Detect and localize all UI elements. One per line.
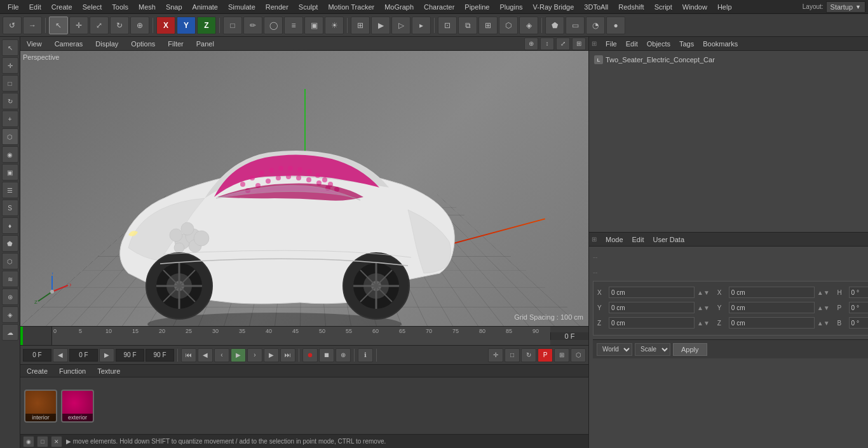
knife-button[interactable]: ⬟: [545, 17, 564, 34]
floor-button[interactable]: ▭: [566, 17, 585, 34]
tool-16[interactable]: ☁: [2, 324, 18, 341]
menu-tools[interactable]: Tools: [107, 2, 133, 12]
viewport-icon-1[interactable]: ⊕: [524, 37, 538, 50]
keyframe-button[interactable]: ⊕: [336, 348, 351, 362]
redo-button[interactable]: →: [23, 17, 42, 34]
mat-menu-texture[interactable]: Texture: [95, 366, 123, 376]
rotate-tool-button[interactable]: ↻: [110, 17, 129, 34]
start-frame-input[interactable]: [23, 349, 51, 362]
transport-btn-r4[interactable]: P: [538, 348, 553, 362]
menu-plugins[interactable]: Plugins: [494, 2, 527, 12]
world-select[interactable]: World: [597, 343, 632, 356]
z-size-input[interactable]: [729, 317, 815, 329]
menu-window[interactable]: Window: [677, 2, 712, 12]
y-pos-input[interactable]: [609, 302, 695, 313]
menu-motion-tracker[interactable]: Motion Tracker: [323, 2, 379, 12]
render-active-button[interactable]: ▷: [391, 17, 410, 34]
viewport-menu-cameras[interactable]: Cameras: [51, 39, 87, 49]
record-button[interactable]: ⏺: [302, 348, 318, 362]
sym-button[interactable]: ◈: [519, 17, 538, 34]
menu-edit[interactable]: Edit: [24, 2, 46, 12]
viewport-canvas[interactable]: Perspective: [20, 51, 588, 326]
timeline-ruler[interactable]: 0 5 10 15 20 25 30 35 40 45 50 55 60 65 …: [52, 327, 550, 345]
menu-help[interactable]: Help: [712, 2, 737, 12]
move-tool-button[interactable]: ✛: [69, 17, 88, 34]
material-interior[interactable]: interior: [24, 390, 57, 423]
tool-rotate[interactable]: ↻: [2, 93, 18, 109]
render-region-button[interactable]: ⊞: [351, 17, 370, 34]
menu-render[interactable]: Render: [261, 2, 294, 12]
layout-selector[interactable]: Startup ▼: [826, 1, 865, 13]
camera-button[interactable]: ▣: [304, 17, 323, 34]
transport-btn-r5[interactable]: ⊞: [554, 348, 569, 362]
menu-file[interactable]: File: [3, 2, 24, 12]
tool-6[interactable]: ◉: [2, 146, 18, 163]
menu-sculpt[interactable]: Sculpt: [294, 2, 323, 12]
select-tool-button[interactable]: ↖: [49, 17, 68, 34]
attr-menu-mode[interactable]: Mode: [603, 234, 626, 245]
z-axis-button[interactable]: Z: [197, 17, 216, 34]
transport-btn-r1[interactable]: ✛: [488, 348, 503, 362]
menu-3dto[interactable]: 3DToAll: [579, 2, 613, 12]
x-size-input[interactable]: [729, 287, 815, 298]
obj-menu-bookmarks[interactable]: Bookmarks: [700, 39, 740, 49]
scale-tool-button[interactable]: ⤢: [90, 17, 109, 34]
menu-redshift[interactable]: Redshift: [613, 2, 649, 12]
menu-create[interactable]: Create: [46, 2, 78, 12]
obj-menu-file[interactable]: File: [603, 39, 620, 49]
step-forward-small-button[interactable]: ›: [247, 348, 262, 362]
apply-button[interactable]: Apply: [673, 343, 707, 356]
tool-move[interactable]: ✛: [2, 57, 18, 74]
viewport[interactable]: View Cameras Display Options Filter Pane…: [20, 37, 588, 326]
play-button[interactable]: ▶: [231, 348, 246, 362]
tool-12[interactable]: ⬡: [2, 253, 18, 269]
hair-button[interactable]: ≡: [284, 17, 303, 34]
cloner-button[interactable]: ⬡: [499, 17, 518, 34]
menu-animate[interactable]: Animate: [187, 2, 223, 12]
object-item-car[interactable]: L Two_Seater_Electric_Concept_Car: [592, 53, 868, 66]
step-back-small-button[interactable]: ‹: [214, 348, 229, 362]
tool-8[interactable]: ☰: [2, 182, 18, 198]
tool-4[interactable]: +: [2, 111, 18, 127]
scale-select[interactable]: Scale: [635, 343, 670, 356]
menu-mograph[interactable]: MoGraph: [379, 2, 419, 12]
tool-15[interactable]: ◈: [2, 306, 18, 323]
null-button[interactable]: ◯: [264, 17, 283, 34]
pen-button[interactable]: ✏: [243, 17, 262, 34]
material-button[interactable]: ●: [606, 17, 625, 34]
step-forward-button[interactable]: ▶: [264, 348, 279, 362]
menu-character[interactable]: Character: [419, 2, 459, 12]
instance-button[interactable]: ⧉: [458, 17, 477, 34]
end-frame-input2[interactable]: [146, 349, 174, 362]
viewport-menu-options[interactable]: Options: [127, 39, 159, 49]
mat-menu-create[interactable]: Create: [24, 366, 50, 376]
tool-14[interactable]: ⊛: [2, 288, 18, 305]
status-icon-3[interactable]: ✕: [51, 436, 62, 447]
z-pos-input[interactable]: [609, 317, 695, 329]
x-pos-input[interactable]: [609, 287, 695, 298]
obj-menu-edit[interactable]: Edit: [623, 39, 641, 49]
plus-button[interactable]: ⊕: [130, 17, 149, 34]
tool-13[interactable]: ≋: [2, 271, 18, 287]
keyframe-auto-button[interactable]: ⏹: [319, 348, 334, 362]
viewport-menu-filter[interactable]: Filter: [164, 39, 187, 49]
menu-select[interactable]: Select: [78, 2, 107, 12]
attr-menu-edit[interactable]: Edit: [630, 234, 647, 245]
menu-mesh[interactable]: Mesh: [133, 2, 161, 12]
go-start-button[interactable]: ⏮: [181, 348, 196, 362]
viewport-icon-2[interactable]: ↕: [540, 37, 554, 50]
y-size-input[interactable]: [729, 302, 815, 313]
timeline[interactable]: 0 5 10 15 20 25 30 35 40 45 50 55 60 65 …: [20, 326, 588, 345]
end-frame-btn2[interactable]: ▶: [99, 348, 114, 362]
tool-11[interactable]: ⬟: [2, 235, 18, 252]
render-button[interactable]: ▶: [371, 17, 390, 34]
menu-simulate[interactable]: Simulate: [223, 2, 261, 12]
viewport-menu-display[interactable]: Display: [92, 39, 122, 49]
tool-10[interactable]: ♦: [2, 217, 18, 234]
array-button[interactable]: ⊞: [478, 17, 498, 34]
obj-menu-tags[interactable]: Tags: [677, 39, 696, 49]
info-button[interactable]: ℹ: [358, 348, 373, 362]
h-input[interactable]: [849, 287, 868, 298]
viewport-icon-4[interactable]: ⊞: [572, 37, 586, 50]
boole-button[interactable]: ⊡: [438, 17, 457, 34]
